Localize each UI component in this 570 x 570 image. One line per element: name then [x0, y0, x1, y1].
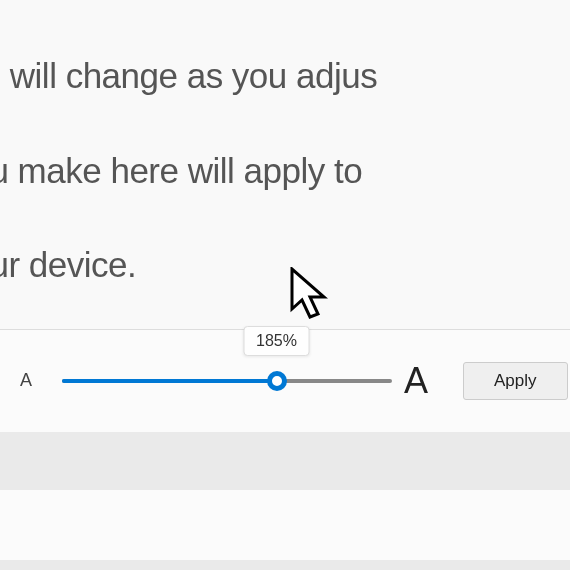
- description-line-1: rds will change as you adjus: [0, 56, 377, 95]
- slider-section: A 185% A Apply: [0, 329, 570, 571]
- text-size-slider[interactable]: 185%: [62, 371, 392, 391]
- text-size-max-indicator: A: [404, 360, 428, 402]
- spacer-band-1: [0, 432, 570, 490]
- slider-thumb[interactable]: [267, 371, 287, 391]
- text-size-min-indicator: A: [20, 370, 32, 391]
- slider-value-tooltip: 185%: [243, 326, 310, 356]
- apply-button[interactable]: Apply: [463, 362, 568, 400]
- description-text: rds will change as you adjus you make he…: [0, 0, 570, 289]
- description-line-3: your device.: [0, 245, 136, 284]
- slider-row: A 185% A Apply: [0, 330, 570, 432]
- spacer-band-2: [0, 490, 570, 560]
- spacer-band-3: [0, 560, 570, 571]
- slider-track-fill: [62, 379, 277, 383]
- description-line-2: you make here will apply to: [0, 151, 362, 190]
